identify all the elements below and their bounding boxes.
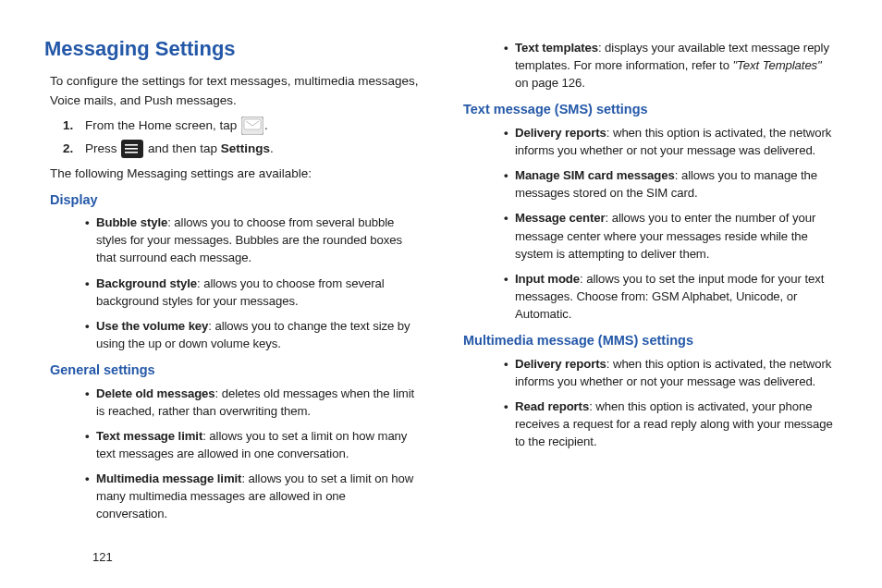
list-item: Use the volume key: allows you to change…: [96, 317, 419, 352]
section-sms-heading: Text message (SMS) settings: [463, 99, 838, 119]
svg-rect-5: [125, 152, 138, 153]
list-item: Multimedia message limit: allows you to …: [96, 470, 419, 522]
page-number: 121: [92, 550, 113, 564]
list-item: Background style: allows you to choose f…: [96, 275, 419, 310]
list-item: Text templates: displays your available …: [515, 39, 838, 92]
step-2: 2. Press and then tap Settings.: [63, 140, 419, 159]
list-item: Delivery reports: when this option is ac…: [515, 124, 838, 159]
step-1-number: 1.: [63, 116, 85, 136]
list-item: Message center: allows you to enter the …: [515, 209, 838, 262]
section-general-heading: General settings: [50, 360, 419, 380]
list-item: Manage SIM card messages: allows you to …: [515, 166, 838, 202]
step-1-text: From the Home screen, tap .: [85, 116, 268, 136]
section-mms-heading: Multimedia message (MMS) settings: [463, 330, 838, 350]
cross-reference: "Text Templates": [732, 58, 821, 72]
svg-rect-4: [125, 148, 138, 150]
section-display-heading: Display: [50, 190, 419, 210]
availability-text: The following Messaging settings are ava…: [50, 165, 419, 184]
step-2-text: Press and then tap Settings.: [85, 140, 274, 159]
list-item: Input mode: allows you to set the input …: [515, 270, 838, 323]
step-2-number: 2.: [63, 140, 85, 159]
svg-rect-3: [125, 144, 138, 146]
page-title: Messaging Settings: [44, 33, 419, 65]
list-item: Delivery reports: when this option is ac…: [515, 355, 838, 390]
menu-key-icon: [121, 140, 143, 158]
svg-rect-1: [244, 119, 261, 129]
list-item: Read reports: when this option is activa…: [515, 398, 838, 450]
step-1: 1. From the Home screen, tap .: [63, 116, 419, 136]
list-item: Bubble style: allows you to choose from …: [96, 214, 419, 266]
messaging-app-icon: [241, 116, 263, 135]
list-item: Text message limit: allows you to set a …: [96, 427, 419, 462]
intro-text: To configure the settings for text messa…: [50, 72, 419, 111]
list-item: Delete old messages: deletes old message…: [96, 385, 419, 420]
